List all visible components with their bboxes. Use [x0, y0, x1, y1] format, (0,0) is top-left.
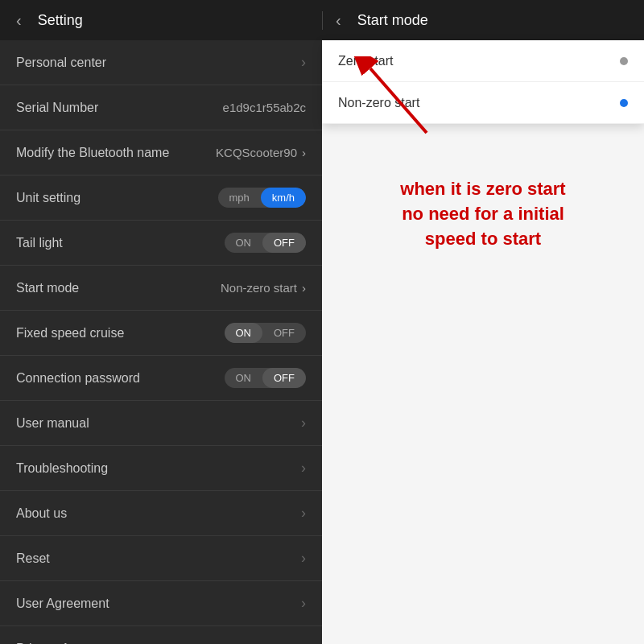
main-content: Personal center › Serial Number e1d9c1r5… — [0, 40, 644, 644]
setting-item-troubleshooting[interactable]: Troubleshooting › — [0, 446, 322, 491]
serial-number-value: e1d9c1r55ab2c — [223, 101, 306, 114]
personal-center-label: Personal center — [16, 56, 106, 70]
start-mode-value: Non-zero start › — [221, 281, 306, 295]
settings-list: Personal center › Serial Number e1d9c1r5… — [0, 40, 322, 644]
password-toggle: ON OFF — [225, 368, 307, 388]
right-panel: Zero start Non-zero start when it is ze — [322, 40, 644, 644]
bluetooth-chevron: › — [302, 146, 306, 159]
user-agreement-chevron: › — [301, 595, 306, 612]
setting-item-bluetooth[interactable]: Modify the Bluetooth name KCQScooter90 › — [0, 130, 322, 175]
back-icon-setting[interactable]: ‹ — [16, 11, 22, 30]
start-mode-text: Non-zero start — [221, 281, 297, 295]
setting-item-reset[interactable]: Reset › — [0, 536, 322, 581]
setting-item-serial-number: Serial Number e1d9c1r55ab2c — [0, 85, 322, 130]
reset-chevron: › — [301, 550, 306, 567]
start-mode-header: ‹ Start mode — [322, 11, 644, 30]
kmh-button[interactable]: km/h — [261, 188, 306, 208]
setting-item-password: Connection password ON OFF — [0, 356, 322, 401]
reset-label: Reset — [16, 551, 50, 566]
annotation-area: when it is zero startno need for a initi… — [330, 129, 636, 251]
annotation-text: when it is zero startno need for a initi… — [330, 177, 636, 251]
chevron-icon: › — [301, 54, 306, 71]
cruise-toggle: ON OFF — [225, 323, 307, 343]
setting-item-about[interactable]: About us › — [0, 491, 322, 536]
setting-item-personal-center[interactable]: Personal center › — [0, 40, 322, 85]
about-label: About us — [16, 506, 67, 521]
bluetooth-value: KCQScooter90 › — [216, 146, 306, 159]
setting-item-user-agreement[interactable]: User Agreement › — [0, 581, 322, 626]
tail-light-label: Tail light — [16, 236, 63, 250]
tail-light-on-button[interactable]: ON — [225, 233, 263, 253]
user-manual-label: User manual — [16, 416, 89, 431]
unit-toggle-group: mph km/h — [218, 188, 306, 208]
bluetooth-name-text: KCQScooter90 — [216, 146, 297, 159]
privacy-agreement-chevron: › — [301, 641, 306, 645]
back-icon-start-mode[interactable]: ‹ — [336, 11, 341, 30]
tail-light-toggle: ON OFF — [225, 233, 307, 253]
non-zero-start-dot — [620, 99, 628, 107]
cruise-off-button[interactable]: OFF — [262, 323, 306, 343]
setting-item-cruise: Fixed speed cruise ON OFF — [0, 311, 322, 356]
setting-title: Setting — [38, 12, 83, 29]
cruise-label: Fixed speed cruise — [16, 326, 124, 341]
setting-item-tail-light: Tail light ON OFF — [0, 221, 322, 266]
password-on-button[interactable]: ON — [225, 368, 263, 388]
cruise-on-button[interactable]: ON — [225, 323, 263, 343]
mph-button[interactable]: mph — [218, 188, 261, 208]
bluetooth-label: Modify the Bluetooth name — [16, 146, 169, 160]
svg-line-1 — [370, 68, 427, 133]
user-agreement-label: User Agreement — [16, 597, 109, 611]
troubleshooting-chevron: › — [301, 460, 306, 477]
start-mode-label: Start mode — [16, 281, 79, 295]
user-manual-chevron: › — [301, 415, 306, 431]
setting-item-privacy-agreement[interactable]: Privacy Agreement › — [0, 626, 322, 644]
zero-start-dot — [620, 57, 628, 65]
annotation-arrow — [354, 56, 451, 137]
password-off-button[interactable]: OFF — [262, 368, 306, 388]
start-mode-chevron: › — [302, 281, 306, 295]
setting-item-user-manual[interactable]: User manual › — [0, 401, 322, 446]
setting-header: ‹ Setting — [0, 11, 322, 30]
password-label: Connection password — [16, 371, 140, 386]
setting-item-start-mode[interactable]: Start mode Non-zero start › — [0, 266, 322, 311]
app-header: ‹ Setting ‹ Start mode — [0, 0, 644, 40]
troubleshooting-label: Troubleshooting — [16, 461, 108, 476]
setting-item-unit: Unit setting mph km/h — [0, 175, 322, 221]
tail-light-off-button[interactable]: OFF — [262, 233, 306, 253]
unit-label: Unit setting — [16, 191, 80, 205]
serial-number-label: Serial Number — [16, 101, 98, 115]
about-chevron: › — [301, 505, 306, 522]
start-mode-title: Start mode — [357, 12, 428, 29]
